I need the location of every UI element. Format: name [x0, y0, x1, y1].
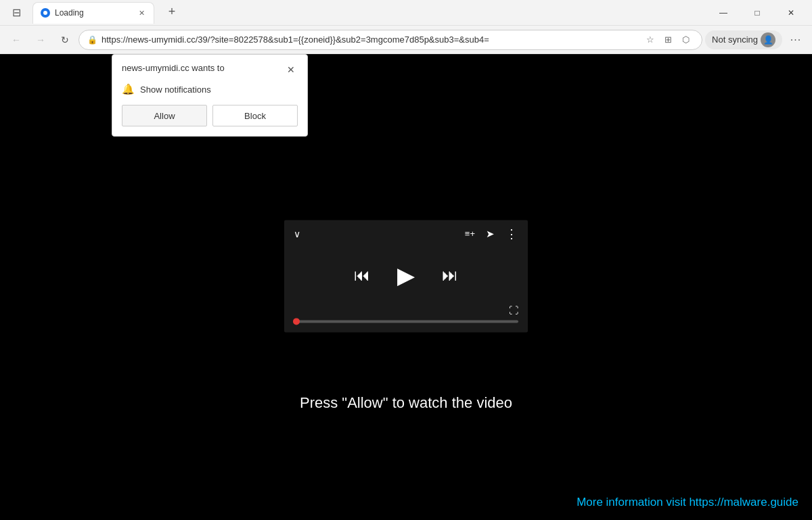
window-controls: — □ ✕ [708, 3, 807, 23]
favorites-icon[interactable]: ☆ [642, 32, 658, 48]
maximize-button[interactable]: □ [742, 3, 773, 23]
close-button[interactable]: ✕ [775, 3, 807, 23]
video-progress-bar[interactable] [294, 320, 518, 323]
minimize-button[interactable]: — [708, 3, 739, 23]
chevron-down-icon[interactable]: ∨ [294, 229, 300, 239]
video-top-bar: ∨ ≡+ ➤ ⋮ [284, 220, 528, 248]
browser-tab[interactable]: Loading ✕ [32, 2, 154, 24]
main-text: Press "Allow" to watch the video [0, 394, 812, 412]
lock-icon: 🔒 [87, 35, 97, 45]
previous-button[interactable]: ⏮ [354, 266, 370, 285]
popup-buttons: Allow Block [122, 105, 298, 126]
video-bottom: ⛶ [284, 305, 528, 332]
browser-frame: ⊟ Loading ✕ + — □ ✕ ← → ↻ 🔒 https://news… [0, 0, 812, 520]
url-text: https://news-umymidi.cc/39/?site=8022578… [102, 34, 638, 45]
back-button[interactable]: ← [5, 29, 27, 51]
notification-popup: news-umymidi.cc wants to ✕ 🔔 Show notifi… [112, 54, 308, 137]
extensions-icon[interactable]: ⬡ [677, 32, 694, 48]
bell-icon: 🔔 [122, 83, 135, 95]
popup-close-button[interactable]: ✕ [284, 63, 298, 76]
popup-title: news-umymidi.cc wants to [122, 63, 225, 73]
refresh-button[interactable]: ↻ [54, 29, 76, 51]
permission-text: Show notifications [140, 85, 211, 95]
video-player: ∨ ≡+ ➤ ⋮ ⏮ ▶ ⏭ ⛶ [284, 220, 528, 332]
address-bar: ← → ↻ 🔒 https://news-umymidi.cc/39/?site… [0, 26, 812, 54]
profile-label: Not syncing [712, 34, 758, 45]
footer-link[interactable]: More information visit https://malware.g… [577, 496, 798, 509]
popup-permission: 🔔 Show notifications [122, 83, 298, 95]
allow-button[interactable]: Allow [122, 105, 207, 126]
more-options-icon[interactable]: ⋮ [505, 227, 518, 241]
profile-button[interactable]: Not syncing 👤 [705, 30, 782, 49]
next-button[interactable]: ⏭ [442, 266, 458, 285]
tab-favicon [40, 7, 51, 18]
video-controls: ⏮ ▶ ⏭ [284, 248, 528, 305]
url-bar-icons: ☆ ⊞ ⬡ [642, 32, 694, 48]
forward-button[interactable]: → [30, 29, 51, 51]
play-button[interactable]: ▶ [397, 262, 415, 289]
video-top-right-icons: ≡+ ➤ ⋮ [465, 227, 518, 241]
collections-icon[interactable]: ⊞ [660, 32, 676, 48]
fullscreen-bar: ⛶ [294, 305, 518, 320]
tab-title: Loading [55, 8, 132, 18]
block-button[interactable]: Block [212, 105, 298, 126]
more-button[interactable]: ··· [785, 29, 807, 51]
tab-close-button[interactable]: ✕ [136, 7, 147, 18]
sidebar-toggle-button[interactable]: ⊟ [5, 2, 27, 24]
fullscreen-icon[interactable]: ⛶ [509, 305, 518, 316]
share-icon[interactable]: ➤ [486, 228, 495, 240]
url-bar[interactable]: 🔒 https://news-umymidi.cc/39/?site=80225… [78, 30, 702, 50]
avatar: 👤 [761, 32, 775, 47]
progress-indicator [293, 318, 300, 325]
popup-header: news-umymidi.cc wants to ✕ [122, 63, 298, 76]
new-tab-button[interactable]: + [162, 3, 181, 22]
add-to-queue-icon[interactable]: ≡+ [465, 229, 475, 239]
content-area: news-umymidi.cc wants to ✕ 🔔 Show notifi… [0, 54, 812, 520]
title-bar: ⊟ Loading ✕ + — □ ✕ [0, 0, 812, 26]
tab-favicon-circle [41, 8, 50, 18]
